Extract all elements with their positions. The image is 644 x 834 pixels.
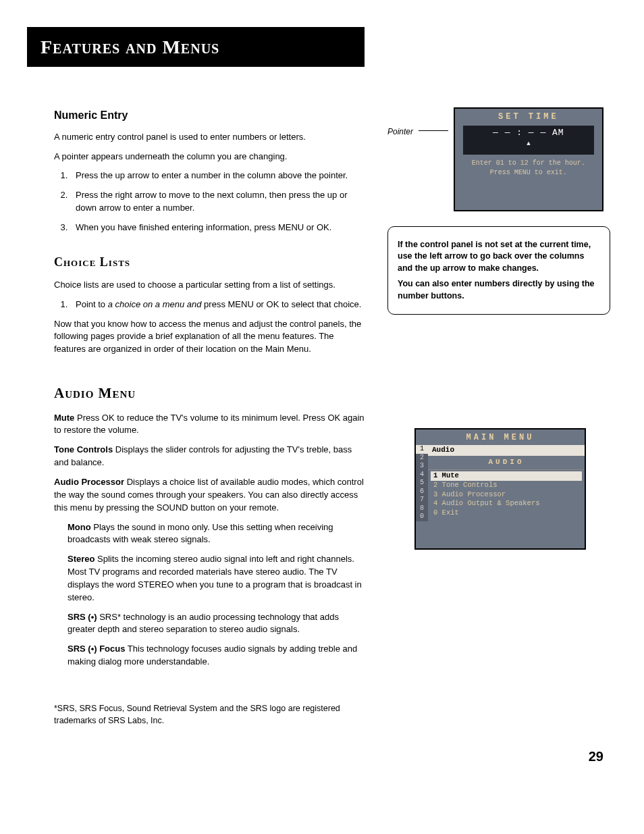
osd-time-entry: — — : — — AM ▲: [463, 126, 594, 155]
numeric-entry-heading: Numeric Entry: [54, 107, 367, 123]
choice-lists-heading: Choice Lists: [54, 253, 367, 271]
osd-submenu-list: 1 Mute 2 Tone Controls 3 Audio Processor…: [428, 470, 585, 519]
osd-number-rail: 1 2 3 4 5 6 7 8 0: [416, 445, 428, 521]
list-item: Point to a choice on a menu and press ME…: [70, 298, 367, 311]
list-item: When you have finished entering informat…: [70, 221, 367, 234]
osd-title: MAIN MENU: [416, 429, 585, 445]
audioproc-desc: Audio Processor Displays a choice list o…: [54, 476, 367, 515]
tone-desc: Tone Controls Displays the slider contro…: [54, 444, 367, 469]
set-time-osd: SET TIME — — : — — AM ▲ Enter 01 to 12 f…: [454, 107, 603, 211]
stereo-desc: Stereo Splits the incoming stereo audio …: [68, 553, 367, 604]
pointer-caret-icon: ▲: [525, 140, 532, 149]
mute-desc: Mute Press OK to reduce the TV's volume …: [54, 412, 367, 438]
osd-subtitle: AUDIO: [428, 456, 585, 470]
sidebar-column: Pointer SET TIME — — : — — AM ▲ Enter 01…: [387, 107, 603, 734]
audio-menu-heading: Audio Menu: [54, 383, 367, 403]
main-menu-osd: MAIN MENU 1 2 3 4 5 6 7 8 0 Audio AUDIO: [414, 428, 586, 550]
list-item: Press the up arrow to enter a number in …: [70, 170, 367, 182]
pointer-line-icon: [419, 130, 448, 131]
numeric-entry-intro1: A numeric entry control panel is used to…: [54, 131, 367, 144]
page-title: Features and Menus: [41, 34, 351, 61]
main-text-column: Numeric Entry A numeric entry control pa…: [54, 107, 367, 734]
srs-desc: SRS (•) SRS* technology is an audio proc…: [68, 611, 367, 637]
choice-lists-intro: Choice lists are used to choose a partic…: [54, 279, 367, 292]
numeric-entry-steps: Press the up arrow to enter a number in …: [54, 170, 367, 234]
pointer-label: Pointer: [387, 107, 413, 138]
note-box: If the control panel is not set at the c…: [387, 226, 610, 315]
page-title-bar: Features and Menus: [27, 27, 365, 67]
mono-desc: Mono Plays the sound in mono only. Use t…: [68, 521, 367, 547]
choice-lists-steps: Point to a choice on a menu and press ME…: [54, 298, 367, 311]
srsfocus-desc: SRS (•) Focus This technology focuses au…: [68, 643, 367, 669]
list-item: Press the right arrow to move to the nex…: [70, 189, 367, 215]
osd-selected-top: Audio: [428, 445, 585, 456]
numeric-entry-intro2: A pointer appears underneath the column …: [54, 151, 367, 163]
footnote: *SRS, SRS Focus, Sound Retrieval System …: [54, 702, 367, 727]
osd-title: SET TIME: [455, 109, 602, 126]
osd-hint: Enter 01 to 12 for the hour. Press MENU …: [455, 159, 602, 178]
choice-lists-outro: Now that you know how to access the menu…: [54, 318, 367, 357]
page-number: 29: [34, 747, 603, 766]
